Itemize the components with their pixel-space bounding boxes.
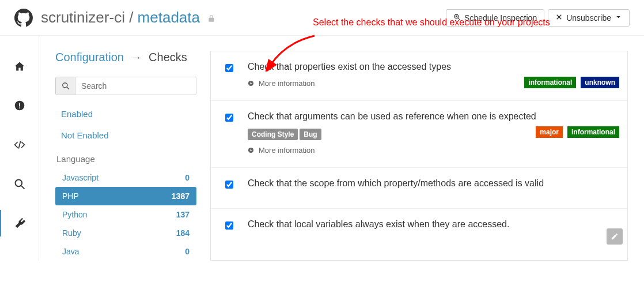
repo-title-group: scrutinizer-ci / metadata <box>14 9 215 27</box>
svg-point-12 <box>62 83 67 88</box>
close-icon <box>555 13 563 22</box>
check-body: Check that local variables always exist … <box>248 219 617 236</box>
badge-row: majorinformational <box>536 126 619 138</box>
svg-line-9 <box>18 141 20 148</box>
language-count: 1387 <box>172 191 190 201</box>
check-title: Check that arguments can be used as refe… <box>248 111 617 122</box>
severity-badge: major <box>536 126 563 138</box>
check-checkbox-wrap <box>221 178 237 196</box>
unsubscribe-button[interactable]: Unsubscribe <box>548 9 630 27</box>
check-checkbox[interactable] <box>225 221 233 230</box>
sidebar: Configuration → Checks Enabled Not Enabl… <box>55 51 196 261</box>
check-row: Check that arguments can be used as refe… <box>211 101 627 168</box>
language-item[interactable]: Ruby184 <box>55 224 196 242</box>
language-name[interactable]: Java <box>62 247 79 256</box>
content: Select the checks that we should execute… <box>39 36 644 261</box>
check-row: Check that local variables always exist … <box>211 209 627 249</box>
language-item[interactable]: Javascript0 <box>55 168 196 187</box>
language-name[interactable]: PHP <box>62 191 79 201</box>
rail-code[interactable] <box>0 132 39 158</box>
search-box <box>55 77 196 95</box>
check-row: Check that the scope from which property… <box>211 168 627 209</box>
severity-badge: informational <box>524 77 576 88</box>
language-count: 184 <box>176 228 190 238</box>
check-body: Check that the scope from which property… <box>248 178 617 196</box>
language-item[interactable]: PHP1387 <box>55 187 196 205</box>
language-heading: Language <box>55 146 196 168</box>
annotation-text: Select the checks that we should execute… <box>313 16 550 29</box>
check-checkbox-wrap <box>221 111 237 155</box>
language-count: 137 <box>176 210 190 219</box>
edit-button[interactable] <box>607 228 623 245</box>
check-checkbox[interactable] <box>225 114 233 122</box>
repo-link[interactable]: metadata <box>138 9 200 26</box>
check-title: Check that local variables always exist … <box>248 219 617 230</box>
check-checkbox[interactable] <box>225 64 233 72</box>
svg-rect-7 <box>19 103 20 107</box>
language-item[interactable]: Java0 <box>55 242 196 261</box>
severity-badge: unknown <box>581 77 619 88</box>
breadcrumb-parent[interactable]: Configuration <box>55 51 124 63</box>
caret-down-icon <box>615 13 622 22</box>
language-count: 0 <box>185 247 190 256</box>
annotation-arrow-icon <box>263 31 320 72</box>
breadcrumb: Configuration → Checks <box>55 51 196 64</box>
language-name[interactable]: Ruby <box>62 228 81 238</box>
icon-rail <box>0 36 39 261</box>
breadcrumb-current: Checks <box>149 51 187 63</box>
rail-home[interactable] <box>0 53 39 80</box>
language-name[interactable]: Javascript <box>62 173 99 182</box>
repo-name: scrutinizer-ci / metadata <box>41 9 215 27</box>
svg-point-10 <box>15 180 22 187</box>
check-checkbox[interactable] <box>225 181 233 189</box>
check-title: Check that the scope from which property… <box>248 178 617 189</box>
filter-not-enabled[interactable]: Not Enabled <box>55 125 196 146</box>
owner-name: scrutinizer-ci <box>41 9 125 26</box>
filter-enabled[interactable]: Enabled <box>55 103 196 125</box>
language-list: Javascript0PHP1387Python137Ruby184Java0 <box>55 168 196 261</box>
rail-settings[interactable] <box>0 210 39 236</box>
rail-search[interactable] <box>0 171 39 197</box>
more-information-link[interactable]: More information <box>248 146 617 155</box>
tag: Bug <box>300 129 321 140</box>
repo-sep: / <box>125 9 138 26</box>
tag: Coding Style <box>248 129 298 140</box>
main-wrap: Select the checks that we should execute… <box>0 36 644 261</box>
rail-issues[interactable] <box>0 92 39 119</box>
badge-row: informationalunknown <box>524 77 619 88</box>
svg-rect-8 <box>19 107 20 108</box>
language-item[interactable]: Python137 <box>55 205 196 224</box>
search-icon <box>56 77 75 95</box>
check-checkbox-wrap <box>221 62 237 88</box>
svg-line-13 <box>67 87 69 89</box>
github-icon <box>14 9 33 27</box>
svg-line-11 <box>21 186 24 189</box>
chevron-right-icon: → <box>127 51 146 63</box>
checks-panel: Check that properties exist on the acces… <box>210 51 628 261</box>
lock-icon <box>204 9 215 26</box>
search-input[interactable] <box>75 77 196 95</box>
severity-badge: informational <box>567 126 619 138</box>
unsubscribe-label: Unsubscribe <box>566 13 611 22</box>
language-name[interactable]: Python <box>62 210 88 219</box>
language-count: 0 <box>185 173 190 182</box>
check-checkbox-wrap <box>221 219 237 236</box>
